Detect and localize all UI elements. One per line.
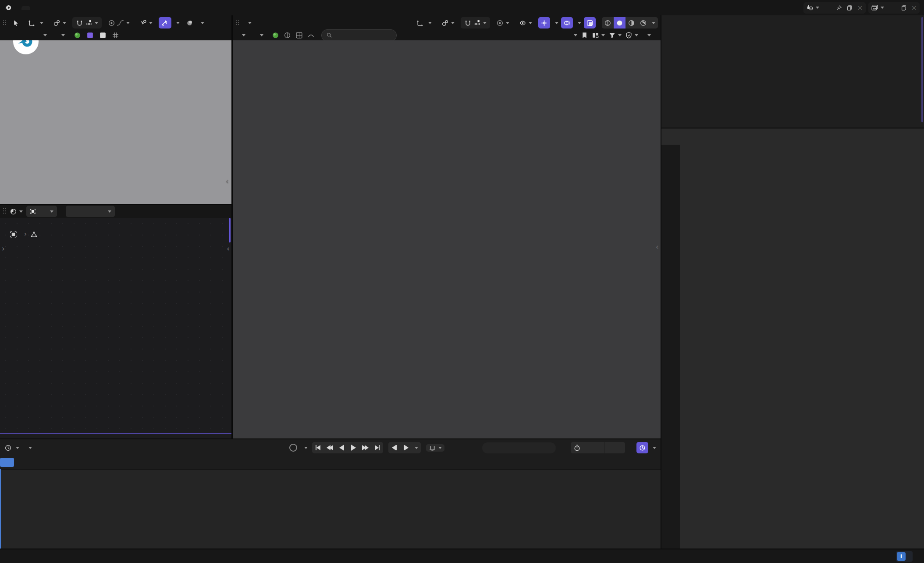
vp-gizmo-toggle[interactable] — [538, 17, 550, 29]
shader-node-editor[interactable]: › › ‹ — [0, 205, 231, 439]
copy-viewlayer-icon[interactable] — [901, 5, 907, 11]
pin-icon[interactable] — [836, 5, 842, 11]
node-object-mode-dropdown[interactable] — [26, 206, 57, 217]
timeline-ruler[interactable] — [0, 456, 661, 470]
bookmark-icon[interactable] — [581, 32, 588, 39]
divider[interactable] — [0, 438, 661, 439]
node-editor-canvas[interactable]: › › ‹ — [0, 218, 231, 439]
viewport-collapse-handle[interactable]: ‹ — [656, 242, 659, 251]
strength-icon[interactable] — [307, 32, 315, 39]
cursor-tool-icon — [12, 19, 20, 27]
viewport-header — [233, 15, 661, 40]
playback-sync-button[interactable] — [636, 442, 648, 453]
expand-handle-left[interactable]: › — [2, 244, 5, 253]
texture-icon[interactable] — [295, 32, 303, 39]
playback-menu[interactable] — [23, 442, 36, 453]
shield-icon[interactable] — [625, 32, 633, 39]
material-sphere-icon[interactable] — [272, 32, 279, 39]
next-keyframe-button[interactable] — [359, 442, 371, 453]
editor-type-icon[interactable] — [10, 208, 17, 215]
outliner-scrollbar[interactable] — [921, 17, 923, 122]
camera-preview-viewport[interactable]: ‹ — [0, 40, 231, 205]
timeline-editor-icon[interactable] — [4, 444, 12, 452]
timeline-dopesheet[interactable] — [0, 470, 661, 549]
divider[interactable] — [231, 15, 233, 439]
current-frame-field[interactable] — [482, 442, 556, 453]
collapse-handle[interactable]: ‹ — [226, 176, 229, 185]
divider[interactable] — [0, 204, 231, 205]
node-scrollbar[interactable] — [229, 218, 231, 242]
divider[interactable] — [661, 128, 924, 128]
info-icon: i — [897, 552, 906, 561]
left-tool-cursor[interactable] — [183, 17, 196, 29]
timeline — [0, 439, 661, 549]
vp-drag-dropdown[interactable] — [252, 29, 267, 41]
left-active-tool-button[interactable] — [11, 17, 21, 29]
overlays-icon — [563, 19, 571, 27]
collapse-handle-right[interactable]: ‹ — [227, 244, 230, 253]
shading-solid-button[interactable] — [614, 17, 625, 29]
stopwatch-icon[interactable] — [573, 444, 581, 452]
viewlayer-selector[interactable]: × — [868, 2, 920, 14]
left-orientation-dropdown[interactable] — [24, 17, 47, 29]
left-proportional-dropdown[interactable] — [104, 17, 133, 29]
next-frame-button[interactable] — [400, 442, 412, 453]
add-workspace-tab[interactable] — [21, 6, 30, 10]
vp-overlays-toggle[interactable] — [561, 17, 573, 29]
start-frame-field[interactable] — [583, 442, 604, 453]
left-tool-select-box[interactable] — [159, 17, 171, 29]
circle-tool-icon — [186, 19, 193, 27]
vp-xray-toggle[interactable] — [584, 17, 596, 29]
layout-list-icon[interactable] — [592, 32, 599, 39]
frame-range-group — [571, 442, 625, 453]
main-3d-viewport[interactable]: ‹ — [233, 40, 661, 439]
end-frame-field[interactable] — [604, 442, 625, 453]
header-grip[interactable] — [3, 19, 7, 26]
mix-icon[interactable] — [284, 32, 291, 39]
material-sphere-icon[interactable] — [74, 32, 81, 39]
shading-material-button[interactable] — [625, 17, 637, 29]
play-reverse-button[interactable] — [336, 442, 348, 453]
viewport-header-grip[interactable] — [235, 19, 240, 26]
blender-logo-icon[interactable] — [4, 4, 12, 11]
snap-playhead-group[interactable] — [426, 444, 444, 452]
xray-icon — [586, 19, 593, 27]
vp-pivot-dropdown[interactable] — [438, 17, 458, 29]
copy-scene-icon[interactable] — [846, 5, 853, 11]
prev-frame-button[interactable] — [388, 442, 400, 453]
mode-dropdown[interactable] — [243, 17, 254, 29]
vp-orientation-dropdown[interactable] — [412, 17, 435, 29]
play-button[interactable] — [348, 442, 359, 453]
left-tool-preset-dropdown[interactable] — [38, 29, 50, 41]
left-pivot-dropdown[interactable] — [50, 17, 70, 29]
options-dropdown[interactable] — [642, 29, 654, 41]
playhead-label[interactable] — [0, 458, 14, 467]
shading-rendered-button[interactable] — [637, 17, 649, 29]
auto-keying-button[interactable] — [287, 442, 299, 453]
divider[interactable] — [0, 549, 924, 549]
swatch-purple-icon[interactable] — [86, 32, 94, 39]
pivot-icon — [53, 19, 60, 27]
scene-selector[interactable]: × — [803, 2, 865, 14]
snap-magnet-icon — [464, 19, 472, 27]
vp-visibility-dropdown[interactable] — [515, 17, 536, 29]
slot-dropdown[interactable] — [66, 206, 115, 217]
prev-keyframe-button[interactable] — [324, 442, 336, 453]
node-header-grip[interactable] — [3, 208, 7, 215]
vp-proportional-dropdown[interactable] — [493, 17, 513, 29]
left-snap-dropdown[interactable] — [72, 17, 102, 29]
snap-increment-icon — [85, 19, 92, 27]
jump-to-start-button[interactable] — [312, 442, 324, 453]
swatch-grid-icon[interactable] — [112, 32, 119, 39]
jump-to-end-button[interactable] — [371, 442, 383, 453]
swatch-white-icon[interactable] — [99, 32, 107, 39]
filter-funnel-icon[interactable] — [608, 32, 616, 39]
left-drag-dropdown[interactable] — [53, 29, 68, 41]
vp-tool-preset-dropdown[interactable] — [236, 29, 249, 41]
divider[interactable] — [661, 15, 661, 549]
playhead-line[interactable] — [0, 469, 1, 549]
viewport-search[interactable] — [321, 29, 397, 41]
vp-snap-dropdown[interactable] — [461, 17, 490, 29]
shading-wireframe-button[interactable] — [602, 17, 614, 29]
left-select-visibility-dropdown[interactable] — [136, 17, 156, 29]
